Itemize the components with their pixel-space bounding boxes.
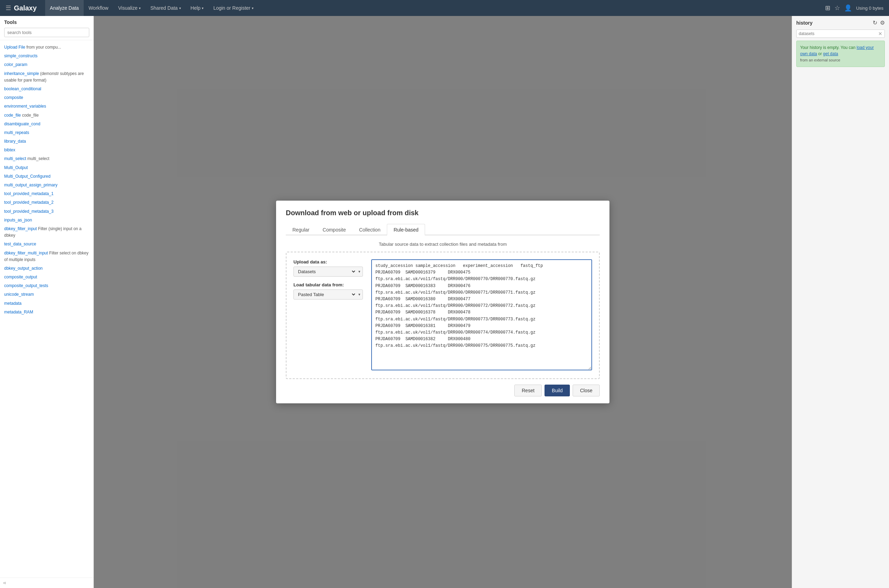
sidebar-item-tool-metadata-3[interactable]: tool_provided_metadata_3 [0,207,93,216]
tab-regular[interactable]: Regular [286,224,316,236]
tab-rule-based[interactable]: Rule-based [387,224,425,236]
history-info-box: Your history is empty. You can load your… [796,40,885,67]
upload-options: Upload data as: Datasets ▾ Load tabular … [293,259,363,300]
grid-icon[interactable]: ⊞ [825,4,830,12]
modal-title: Download from web or upload from disk [286,209,600,217]
sidebar-item-bibtex[interactable]: bibtex [0,146,93,154]
user-icon[interactable]: 👤 [844,4,852,12]
sidebar-item-multi-select[interactable]: multi_select multi_select [0,154,93,163]
sidebar-item-multi-output-assign[interactable]: multi_output_assign_primary [0,181,93,189]
nav-login-register[interactable]: Login or Register▾ [208,0,258,16]
sidebar-item-multi-output[interactable]: Multi_Output [0,164,93,172]
sidebar-title: Tools [4,20,89,25]
brand-name: Galaxy [14,4,37,12]
modal-tabs: Regular Composite Collection Rule-based [286,224,600,236]
nav-links: Analyze Data Workflow Visualize▾ Shared … [45,0,826,16]
upload-as-label: Upload data as: [293,259,363,264]
reset-button[interactable]: Reset [514,385,542,396]
sidebar-item-dbkey-output-action[interactable]: dbkey_output_action [0,264,93,273]
history-search[interactable]: ✕ [796,30,885,38]
sidebar-item-boolean-conditional[interactable]: boolean_conditional [0,85,93,93]
nav-analyze-data[interactable]: Analyze Data [45,0,84,16]
sidebar-item-color-param[interactable]: color_param [0,60,93,69]
sidebar-item-test-data-source[interactable]: test_data_source [0,240,93,249]
history-empty-text: Your history is empty. You can [800,45,855,50]
upload-as-select[interactable]: Datasets [294,267,356,276]
modal-footer: Reset Build Close [286,385,600,396]
storage-label: Using 0 bytes [856,6,883,11]
get-data-link[interactable]: get data [823,51,838,56]
load-from-caret: ▾ [356,292,363,297]
load-from-select[interactable]: Pasted Table [294,290,356,299]
main-layout: Tools Upload File from your compu... sim… [0,16,889,588]
sidebar-item-dbkey-filter-input[interactable]: dbkey_filter_input Filter (single) input… [0,225,93,240]
close-button[interactable]: Close [573,385,600,396]
sidebar-item-metadata-ram[interactable]: metadata_RAM [0,308,93,316]
sidebar-item-unicode-stream[interactable]: unicode_stream [0,290,93,299]
modal-overlay: Download from web or upload from disk Re… [94,16,792,588]
sidebar-item-dbkey-filter-multi[interactable]: dbkey_filter_multi_input Filter select o… [0,249,93,264]
load-from-label: Load tabular data from: [293,282,363,287]
upload-as-group: Upload data as: Datasets ▾ [293,259,363,277]
sidebar: Tools Upload File from your compu... sim… [0,16,94,588]
sidebar-links: Upload File from your compu... simple_co… [0,40,93,578]
sidebar-header: Tools [0,16,93,40]
sidebar-item-inheritance-simple[interactable]: inheritance_simple (demonstr subtypes ar… [0,69,93,85]
right-panel-icons: ↻ ⚙ [872,20,885,26]
brand[interactable]: ☰ Galaxy [6,4,37,12]
rule-based-panel: Upload data as: Datasets ▾ Load tabular … [286,252,600,379]
sidebar-item-environment-variables[interactable]: environment_variables [0,102,93,111]
nav-shared-data[interactable]: Shared Data▾ [146,0,186,16]
sidebar-item-multi-output-configured[interactable]: Multi_Output_Configured [0,172,93,181]
textarea-wrapper [371,259,592,371]
sidebar-item-tool-metadata-2[interactable]: tool_provided_metadata_2 [0,198,93,207]
sidebar-bottom: ⊲ [0,578,93,588]
build-button[interactable]: Build [545,385,570,396]
nav-right-icons: ⊞ ☆ 👤 Using 0 bytes [825,4,883,12]
sidebar-item-inputs-as-json[interactable]: inputs_as_json [0,216,93,225]
sidebar-item-library-data[interactable]: library_data [0,137,93,146]
menu-icon[interactable]: ☰ [6,4,11,12]
nav-help[interactable]: Help▾ [186,0,209,16]
sidebar-item-composite-output[interactable]: composite_output [0,273,93,282]
sidebar-item-composite[interactable]: composite [0,93,93,102]
data-textarea[interactable] [371,259,592,370]
sidebar-item-metadata[interactable]: metadata [0,299,93,308]
sidebar-item-upload-file[interactable]: Upload File from your compu... [0,43,93,52]
content-area: Download from web or upload from disk Re… [94,16,792,588]
sidebar-item-code-file[interactable]: code_file code_file [0,111,93,120]
history-search-clear[interactable]: ✕ [878,31,882,36]
sidebar-scroll-icon[interactable]: ⊲ [3,581,6,585]
upload-as-select-wrapper[interactable]: Datasets ▾ [293,267,363,277]
refresh-icon[interactable]: ↻ [872,20,877,26]
settings-icon[interactable]: ⚙ [880,20,885,26]
sidebar-item-tool-metadata-1[interactable]: tool_provided_metadata_1 [0,189,93,198]
history-search-input[interactable] [799,31,878,36]
star-icon[interactable]: ☆ [835,4,840,12]
sidebar-item-composite-output-tests[interactable]: composite_output_tests [0,282,93,290]
external-source-text: from an external source [800,58,840,62]
load-from-select-wrapper[interactable]: Pasted Table ▾ [293,290,363,300]
modal-subtitle: Tabular source data to extract collectio… [286,242,600,247]
nav-visualize[interactable]: Visualize▾ [113,0,146,16]
sidebar-item-simple-constructs[interactable]: simple_constructs [0,52,93,60]
tab-composite[interactable]: Composite [316,224,353,236]
upload-modal: Download from web or upload from disk Re… [276,201,610,404]
sidebar-item-multi-repeats[interactable]: multi_repeats [0,128,93,137]
right-panel: history ↻ ⚙ ✕ Your history is empty. You… [792,16,889,588]
link-label: Upload File [4,45,26,50]
sidebar-item-disambiguate-cond[interactable]: disambiguate_cond [0,120,93,128]
history-title: history [796,20,812,26]
right-panel-header: history ↻ ⚙ [796,20,885,26]
load-from-group: Load tabular data from: Pasted Table ▾ [293,282,363,300]
top-navbar: ☰ Galaxy Analyze Data Workflow Visualize… [0,0,889,16]
upload-as-caret: ▾ [356,269,363,274]
search-input[interactable] [4,28,89,37]
tab-collection[interactable]: Collection [353,224,387,236]
nav-workflow[interactable]: Workflow [84,0,113,16]
